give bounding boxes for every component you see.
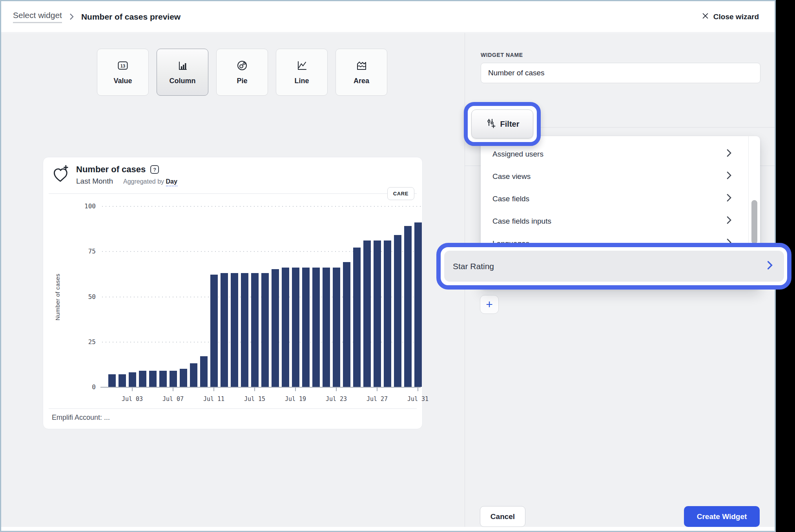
chart-type-pie[interactable]: Pie — [216, 49, 268, 96]
card-header-divider — [49, 193, 417, 194]
add-filter-button[interactable]: + — [480, 295, 499, 314]
chart-type-area[interactable]: Area — [336, 49, 387, 96]
bar-jul-04 — [139, 371, 146, 387]
chevron-right-icon — [69, 13, 74, 20]
filter-option-case-fields[interactable]: Case fields — [481, 188, 760, 210]
care-badge: CARE — [387, 187, 414, 200]
x-tick-label: Jul 07 — [157, 395, 189, 403]
filter-option-assigned-users[interactable]: Assigned users — [481, 143, 760, 165]
gridline — [102, 206, 421, 207]
filter-option-star-rating[interactable]: Star Rating — [444, 251, 784, 282]
chart-type-column[interactable]: Column — [157, 49, 208, 96]
x-tick-mark — [295, 388, 296, 391]
bar-jul-02 — [119, 374, 126, 387]
close-wizard-label: Close wizard — [713, 13, 759, 21]
filter-options-list: Assigned usersCase viewsCase fieldsCase … — [481, 143, 760, 255]
value-icon: 13 — [116, 59, 129, 73]
wizard-topbar: Select widget Number of cases preview Cl… — [1, 1, 775, 33]
window-bottom-strip — [1, 527, 775, 531]
filter-option-case-views[interactable]: Case views — [481, 165, 760, 188]
close-wizard-button[interactable]: Close wizard — [702, 13, 759, 21]
settings-panel: WIDGET NAME Assigned usersCase viewsCase… — [465, 33, 775, 531]
widget-title: Number of cases — [76, 164, 146, 175]
filter-option-case-fields-inputs[interactable]: Case fields inputs — [481, 210, 760, 232]
aggregated-by-label: Aggregated by — [123, 178, 164, 185]
widget-preview-card: Number of cases ? Last Month Aggregated … — [43, 157, 423, 429]
help-icon[interactable]: ? — [150, 165, 159, 174]
column-icon — [176, 59, 189, 73]
chart-type-value[interactable]: 13Value — [97, 49, 149, 96]
breadcrumb: Select widget Number of cases preview — [13, 11, 181, 23]
bar-jul-25 — [353, 248, 361, 387]
x-tick-label: Jul 27 — [361, 395, 393, 403]
bar-jul-31 — [414, 222, 422, 387]
bar-jul-14 — [241, 273, 248, 387]
bar-jul-10 — [200, 356, 208, 387]
bar-jul-12 — [221, 273, 228, 387]
line-icon — [295, 59, 308, 73]
account-footer: Emplifi Account: ... — [52, 414, 110, 422]
bar-jul-11 — [210, 275, 218, 387]
filter-highlight-annotation: Filter — [464, 102, 541, 146]
chart-type-label: Value — [113, 77, 132, 85]
chevron-right-icon — [767, 261, 773, 272]
chart-type-label: Area — [354, 77, 369, 85]
filter-option-label: Case fields — [492, 195, 529, 203]
filter-option-label: Case fields inputs — [492, 217, 551, 226]
bar-jul-30 — [404, 226, 412, 387]
bar-jul-28 — [384, 240, 391, 387]
svg-text:13: 13 — [120, 64, 126, 68]
filter-option-label: Case views — [492, 172, 531, 181]
x-tick-mark — [254, 388, 255, 391]
y-tick-label: 100 — [76, 202, 96, 210]
y-tick-label: 25 — [76, 338, 96, 346]
bar-jul-07 — [170, 371, 177, 387]
star-rating-label: Star Rating — [453, 262, 494, 271]
x-tick-label: Jul 31 — [402, 395, 434, 403]
aggregation-value[interactable]: Day — [166, 178, 177, 186]
breadcrumb-select-widget[interactable]: Select widget — [13, 11, 62, 23]
filter-option-label: Assigned users — [492, 150, 543, 159]
chevron-right-icon — [726, 193, 732, 204]
care-heart-icon — [52, 164, 70, 186]
bar-jul-05 — [149, 371, 157, 387]
x-tick-mark — [377, 388, 377, 391]
bar-jul-13 — [231, 273, 238, 387]
filter-button[interactable]: Filter — [471, 109, 533, 138]
card-footer-divider — [49, 408, 417, 409]
close-icon — [702, 13, 709, 21]
chart-type-label: Pie — [237, 77, 247, 85]
screenshot-canvas: Select widget Number of cases preview Cl… — [0, 0, 795, 532]
widget-name-label: WIDGET NAME — [481, 52, 523, 58]
chart-type-line[interactable]: Line — [276, 49, 328, 96]
pie-icon — [235, 59, 249, 73]
y-tick-label: 50 — [76, 293, 96, 301]
x-tick-label: Jul 23 — [321, 395, 352, 403]
chevron-right-icon — [726, 149, 732, 159]
bar-jul-22 — [323, 268, 330, 387]
bar-jul-01 — [108, 374, 116, 387]
bar-jul-08 — [180, 369, 187, 387]
scrollbar-thumb[interactable] — [751, 200, 757, 244]
x-tick-label: Jul 03 — [117, 395, 148, 403]
card-header: Number of cases ? Last Month Aggregated … — [52, 164, 177, 186]
preview-area: 13ValueColumnPieLineArea Number of cases — [1, 33, 465, 531]
filter-button-label: Filter — [500, 120, 520, 129]
page-title: Number of cases preview — [81, 12, 181, 22]
x-tick-label: Jul 15 — [239, 395, 270, 403]
widget-name-input[interactable] — [481, 63, 760, 83]
bar-jul-26 — [363, 240, 371, 387]
cancel-button[interactable]: Cancel — [480, 506, 525, 527]
gridline — [102, 251, 421, 252]
bar-jul-18 — [282, 268, 289, 387]
chevron-right-icon — [726, 216, 732, 226]
create-widget-button[interactable]: Create Widget — [684, 506, 760, 527]
bar-jul-23 — [333, 268, 340, 387]
aggregation-info: Aggregated by Day — [123, 178, 177, 185]
filter-sliders-icon — [485, 118, 496, 131]
star-rating-highlight-annotation: Star Rating — [436, 243, 791, 290]
y-tick-label: 0 — [76, 383, 96, 391]
bar-jul-03 — [129, 372, 136, 387]
x-tick-mark — [132, 388, 133, 391]
bar-jul-17 — [272, 269, 279, 387]
